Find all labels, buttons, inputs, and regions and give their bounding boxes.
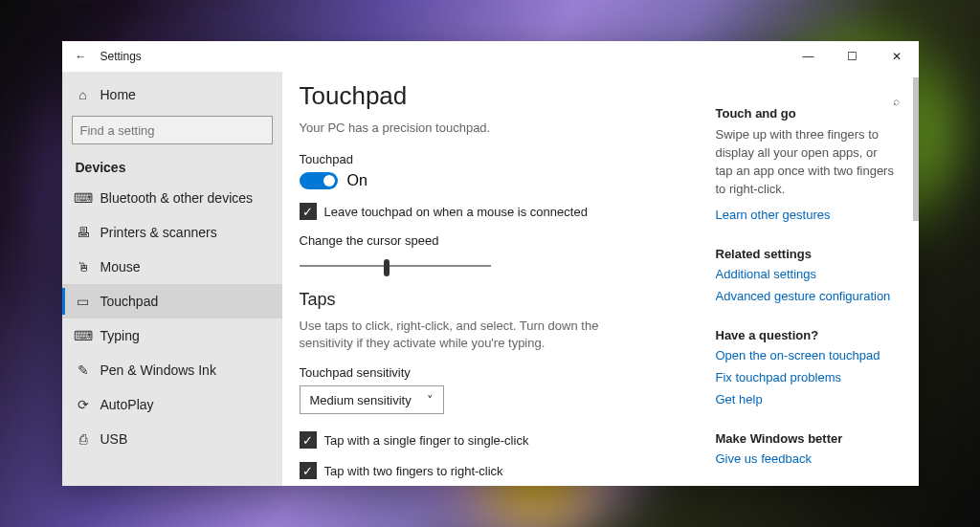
- sidebar-item-label: Typing: [100, 328, 140, 343]
- touchpad-toggle[interactable]: [300, 172, 338, 189]
- related-settings-heading: Related settings: [716, 247, 900, 261]
- onscreen-touchpad-link[interactable]: Open the on-screen touchpad: [716, 348, 900, 362]
- home-icon: ⌂: [76, 87, 91, 102]
- tap-single-checkbox[interactable]: ✓ Tap with a single finger to single-cli…: [300, 431, 708, 449]
- cursor-speed-label: Change the cursor speed: [300, 233, 708, 248]
- touch-and-go-heading: Touch and go: [716, 106, 900, 121]
- category-label: Devices: [62, 154, 282, 181]
- sensitivity-select[interactable]: Medium sensitivity ˅: [300, 385, 444, 414]
- sidebar-item-touchpad[interactable]: ▭Touchpad: [62, 284, 282, 318]
- home-button[interactable]: ⌂ Home: [62, 77, 282, 112]
- home-label: Home: [100, 87, 136, 102]
- sidebar-item-bluetooth-other-devices[interactable]: ⌨Bluetooth & other devices: [62, 181, 282, 215]
- tap-double-label: Tap with two fingers to right-click: [324, 464, 503, 478]
- sidebar-item-label: Mouse: [100, 259, 141, 274]
- nav-icon: ✎: [76, 362, 91, 378]
- checkmark-icon: ✓: [300, 203, 317, 220]
- leave-on-label: Leave touchpad on when a mouse is connec…: [324, 205, 588, 219]
- scrollbar[interactable]: [913, 77, 919, 221]
- window-title: Settings: [100, 50, 142, 63]
- sensitivity-label: Touchpad sensitivity: [300, 365, 708, 380]
- search-input[interactable]: [72, 116, 273, 144]
- nav-icon: ▭: [76, 294, 91, 309]
- chevron-down-icon: ˅: [427, 393, 434, 407]
- sidebar-item-label: Pen & Windows Ink: [100, 362, 216, 378]
- fix-problems-link[interactable]: Fix touchpad problems: [716, 370, 900, 384]
- slider-thumb[interactable]: [384, 259, 390, 276]
- sidebar-item-label: USB: [100, 431, 128, 447]
- page-subtitle: Your PC has a precision touchpad.: [300, 121, 708, 135]
- sidebar-item-typing[interactable]: ⌨Typing: [62, 318, 282, 353]
- nav-icon: 🖶: [76, 225, 91, 240]
- sidebar-item-printers-scanners[interactable]: 🖶Printers & scanners: [62, 215, 282, 250]
- aside-column: Touch and go Swipe up with three fingers…: [708, 72, 919, 486]
- search-icon: ⌕: [893, 95, 900, 108]
- make-better-heading: Make Windows better: [716, 431, 900, 446]
- checkmark-icon: ✓: [300, 431, 317, 449]
- question-heading: Have a question?: [716, 328, 900, 342]
- taps-heading: Taps: [300, 290, 708, 310]
- settings-window: ← Settings — ☐ ✕ ⌂ Home ⌕ Devices ⌨Bluet…: [62, 41, 919, 486]
- sensitivity-value: Medium sensitivity: [310, 393, 412, 407]
- learn-gestures-link[interactable]: Learn other gestures: [716, 208, 900, 222]
- taps-description: Use taps to click, right-click, and sele…: [300, 318, 615, 352]
- feedback-link[interactable]: Give us feedback: [716, 451, 900, 466]
- tap-double-checkbox[interactable]: ✓ Tap with two fingers to right-click: [300, 462, 708, 479]
- touchpad-toggle-label: Touchpad: [300, 152, 708, 166]
- touch-and-go-desc: Swipe up with three fingers to display a…: [716, 126, 898, 198]
- sidebar-item-pen-windows-ink[interactable]: ✎Pen & Windows Ink: [62, 353, 282, 387]
- main-column: Touchpad Your PC has a precision touchpa…: [282, 72, 708, 486]
- content-area: Touchpad Your PC has a precision touchpa…: [282, 72, 919, 486]
- sidebar: ⌂ Home ⌕ Devices ⌨Bluetooth & other devi…: [62, 72, 282, 486]
- sidebar-item-label: AutoPlay: [100, 397, 154, 412]
- advanced-gesture-link[interactable]: Advanced gesture configuration: [716, 289, 900, 303]
- minimize-button[interactable]: —: [787, 41, 831, 72]
- sidebar-item-usb[interactable]: ⎙USB: [62, 422, 282, 456]
- leave-on-checkbox[interactable]: ✓ Leave touchpad on when a mouse is conn…: [300, 203, 708, 220]
- cursor-speed-slider[interactable]: [300, 265, 491, 267]
- close-button[interactable]: ✕: [875, 41, 919, 72]
- nav-icon: ⌨: [76, 190, 91, 206]
- tap-single-label: Tap with a single finger to single-click: [324, 433, 529, 448]
- checkmark-icon: ✓: [300, 462, 317, 479]
- nav-icon: ⟳: [76, 397, 91, 412]
- sidebar-item-label: Bluetooth & other devices: [100, 190, 254, 206]
- back-icon[interactable]: ←: [70, 50, 93, 63]
- nav-icon: ⎙: [76, 431, 91, 447]
- titlebar: ← Settings — ☐ ✕: [62, 41, 919, 72]
- sidebar-item-autoplay[interactable]: ⟳AutoPlay: [62, 387, 282, 422]
- sidebar-item-label: Printers & scanners: [100, 225, 217, 240]
- nav-icon: 🖱: [76, 259, 91, 274]
- toggle-state: On: [347, 172, 368, 189]
- nav-icon: ⌨: [76, 328, 91, 343]
- page-title: Touchpad: [300, 81, 708, 111]
- sidebar-item-mouse[interactable]: 🖱Mouse: [62, 250, 282, 284]
- sidebar-item-label: Touchpad: [100, 294, 159, 309]
- get-help-link[interactable]: Get help: [716, 392, 900, 406]
- additional-settings-link[interactable]: Additional settings: [716, 267, 900, 281]
- maximize-button[interactable]: ☐: [831, 41, 875, 72]
